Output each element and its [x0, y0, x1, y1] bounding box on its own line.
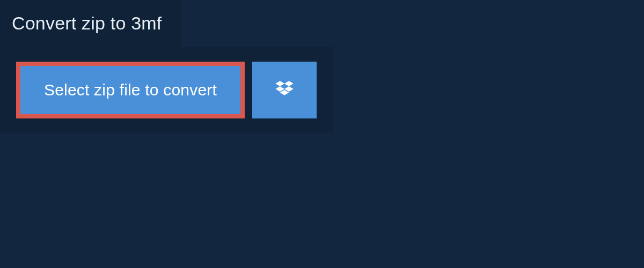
- dropbox-icon: [274, 78, 295, 102]
- action-panel: Select zip file to convert: [0, 47, 333, 133]
- select-file-button[interactable]: Select zip file to convert: [16, 62, 245, 118]
- tab-convert[interactable]: Convert zip to 3mf: [0, 0, 181, 47]
- dropbox-button[interactable]: [252, 62, 317, 118]
- tab-label: Convert zip to 3mf: [12, 13, 162, 33]
- select-file-label: Select zip file to convert: [44, 81, 217, 99]
- tab-strip: Convert zip to 3mf: [0, 0, 644, 47]
